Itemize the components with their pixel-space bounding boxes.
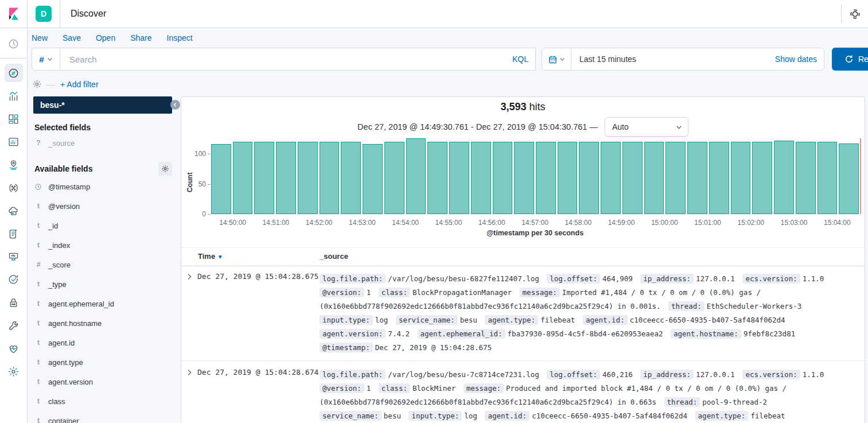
- rail-item-visualize[interactable]: [5, 87, 23, 105]
- histogram-bar-15:02:30[interactable]: [774, 141, 794, 214]
- histogram-bar-15:02:00[interactable]: [752, 142, 772, 214]
- histogram-bar-15:01:30[interactable]: [731, 142, 751, 214]
- rail-item-management[interactable]: [5, 362, 23, 381]
- field-item-agent.version[interactable]: tagent.version: [33, 372, 172, 391]
- nav-link-save[interactable]: Save: [63, 33, 81, 42]
- rail-item-uptime[interactable]: [5, 270, 23, 289]
- documents-table-header: Time ▼ _source: [181, 247, 865, 266]
- field-item-agent.ephemeral_id[interactable]: tagent.ephemeral_id: [33, 294, 172, 313]
- date-picker-button[interactable]: [542, 48, 571, 71]
- nav-link-open[interactable]: Open: [96, 33, 115, 42]
- sort-descending-icon: ▼: [217, 254, 223, 260]
- histogram-bar-14:59:00[interactable]: [622, 142, 643, 214]
- histogram-bar-14:50:30[interactable]: [254, 142, 274, 214]
- field-item-class[interactable]: tclass: [33, 391, 172, 411]
- rail-item-dashboard[interactable]: [5, 110, 23, 128]
- search-row: # Search KQL Last 15 minutes Show dates …: [32, 48, 868, 71]
- expand-row-button[interactable]: [186, 273, 193, 280]
- field-item-@version[interactable]: t@version: [33, 196, 172, 216]
- source-field-ip_address: ip_address:127.0.0.1: [640, 274, 735, 283]
- rail-item-recently-viewed[interactable]: [5, 34, 23, 53]
- search-input[interactable]: Search KQL: [60, 48, 536, 71]
- field-item-_index[interactable]: t_index: [33, 235, 172, 255]
- histogram-bar-15:01:00[interactable]: [709, 142, 729, 214]
- field-item-container[interactable]: tcontainer: [33, 411, 172, 423]
- field-name: agent.type: [48, 358, 83, 367]
- histogram-bar-14:58:00[interactable]: [579, 142, 599, 214]
- field-item-_id[interactable]: t_id: [33, 216, 172, 235]
- filter-type-dropdown[interactable]: #: [32, 48, 60, 71]
- rail-item-discover[interactable]: [5, 64, 23, 82]
- histogram-bar-14:49:30[interactable]: [211, 144, 231, 214]
- field-name-chip: agent.version:: [320, 329, 386, 339]
- field-settings-button[interactable]: [158, 162, 172, 176]
- histogram-bar-14:55:00[interactable]: [449, 142, 469, 214]
- field-item-_source[interactable]: ?_source: [33, 134, 172, 152]
- field-name-chip: input.type:: [320, 315, 373, 325]
- kibana-logo[interactable]: [0, 0, 27, 28]
- add-filter-link[interactable]: + Add filter: [60, 80, 99, 89]
- rail-item-metrics[interactable]: [5, 201, 23, 220]
- rail-item-dev-tools[interactable]: [5, 316, 23, 335]
- field-item-@timestamp[interactable]: @timestamp: [33, 177, 172, 196]
- histogram-bar-15:03:00[interactable]: [796, 142, 816, 214]
- histogram-bar-14:51:30[interactable]: [298, 142, 318, 214]
- index-pattern-selector[interactable]: besu-*: [33, 96, 172, 114]
- histogram-bar-14:52:30[interactable]: [341, 142, 361, 214]
- help-button[interactable]: [842, 0, 868, 28]
- field-item-_type[interactable]: t_type: [33, 274, 172, 294]
- histogram-bar-14:56:30[interactable]: [514, 142, 534, 214]
- filter-settings-button[interactable]: [32, 79, 42, 89]
- nav-link-inspect[interactable]: Inspect: [167, 33, 193, 42]
- histogram-bar-14:53:00[interactable]: [363, 144, 383, 214]
- interval-select[interactable]: Auto: [605, 117, 688, 137]
- rail-item-stack-monitoring[interactable]: [5, 339, 23, 358]
- source-field-agent.id: agent.id:c10ceecc-6650-4935-b407-5af484f…: [485, 412, 687, 420]
- histogram-bar-15:03:30[interactable]: [818, 142, 838, 214]
- kql-toggle[interactable]: KQL: [512, 55, 528, 64]
- time-range-field[interactable]: Last 15 minutes Show dates: [571, 48, 824, 71]
- rail-item-apm[interactable]: [5, 247, 23, 266]
- collapse-sidebar-button[interactable]: [170, 100, 180, 110]
- field-value: 7.4.2: [388, 329, 410, 338]
- field-name-chip: log.offset:: [547, 274, 600, 284]
- histogram-bar-14:56:00[interactable]: [493, 142, 513, 214]
- histogram-bar-14:59:30[interactable]: [644, 142, 664, 214]
- rail-item-maps[interactable]: [5, 156, 23, 174]
- histogram-bar-14:53:30[interactable]: [384, 142, 404, 214]
- histogram-bar-14:51:00[interactable]: [276, 142, 296, 214]
- histogram-bar-14:58:30[interactable]: [601, 142, 621, 214]
- rail-item-siem[interactable]: [5, 293, 23, 312]
- show-dates-link[interactable]: Show dates: [775, 55, 817, 64]
- field-item-_score[interactable]: #_score: [33, 255, 172, 274]
- app-badge[interactable]: D: [36, 6, 52, 22]
- source-field-thread: thread:EthScheduler-Workers-3: [668, 302, 801, 311]
- field-item-agent.id[interactable]: tagent.id: [33, 333, 172, 352]
- nav-link-new[interactable]: New: [32, 33, 48, 42]
- histogram-bar-15:04:00[interactable]: [839, 143, 859, 214]
- refresh-button[interactable]: Refresh: [832, 48, 868, 71]
- filter-dash: —: [47, 80, 55, 89]
- rail-item-canvas[interactable]: [5, 133, 23, 151]
- expand-row-button[interactable]: [186, 369, 193, 376]
- histogram-bar-14:55:30[interactable]: [471, 142, 491, 214]
- rail-item-logs[interactable]: [5, 224, 23, 243]
- histogram-bar-14:54:00[interactable]: [406, 138, 426, 214]
- field-value: c10ceecc-6650-4935-b407-5af484f062d4: [630, 316, 785, 324]
- histogram-bar-14:54:30[interactable]: [427, 142, 447, 214]
- nav-link-share[interactable]: Share: [130, 33, 151, 42]
- histogram-bar-14:57:00[interactable]: [536, 142, 556, 214]
- field-item-agent.type[interactable]: tagent.type: [33, 352, 172, 372]
- time-column-header[interactable]: Time ▼: [198, 252, 223, 261]
- histogram-bar-15:00:00[interactable]: [665, 142, 686, 214]
- x-tick-label: 14:52:00: [298, 219, 340, 227]
- clock-icon: [7, 38, 20, 50]
- histogram-bar-14:50:00[interactable]: [233, 142, 253, 214]
- field-type-icon: t: [34, 300, 42, 308]
- rail-item-machine-learning[interactable]: [5, 178, 23, 197]
- histogram-bar-15:00:30[interactable]: [687, 142, 707, 214]
- histogram-bar-14:57:30[interactable]: [558, 142, 578, 214]
- histogram-bar-14:52:00[interactable]: [320, 142, 340, 214]
- field-type-icon: t: [34, 241, 42, 249]
- field-item-agent.hostname[interactable]: tagent.hostname: [33, 313, 172, 333]
